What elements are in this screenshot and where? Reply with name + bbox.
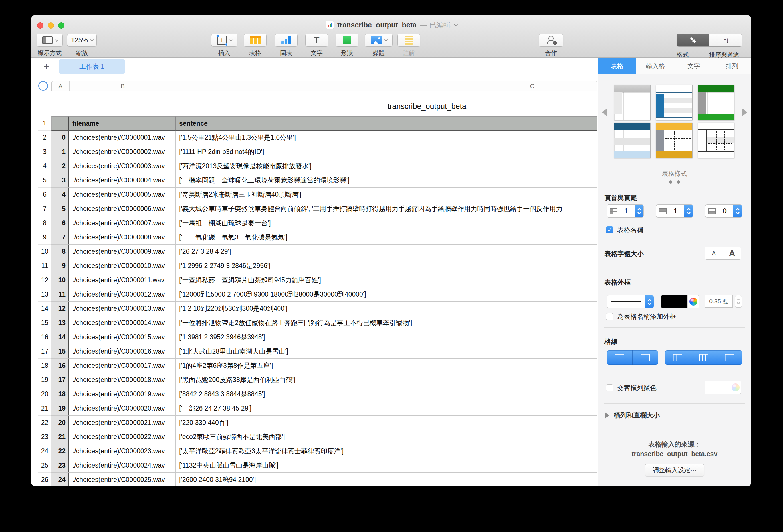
cell-row-index[interactable]: 1 [51, 145, 69, 159]
gridline-all-button[interactable] [717, 351, 743, 365]
cell-sentence[interactable]: ['1北大武山28里山山南湖大山是雪山'] [176, 344, 597, 359]
cell-filename[interactable]: ./choices(entire)/C0000011.wav [69, 273, 176, 288]
outline-color-well[interactable] [661, 295, 699, 308]
insert-button[interactable]: + 插入 [211, 32, 238, 57]
cell-filename[interactable]: ./choices(entire)/C0000025.wav [69, 473, 176, 486]
cell-filename[interactable]: ./choices(entire)/C0000006.wav [69, 202, 176, 216]
header-cell-filename[interactable]: filename [69, 116, 176, 131]
header-cell-sentence[interactable]: sentence [176, 116, 597, 131]
cell-filename[interactable]: ./choices(entire)/C0000016.wav [69, 344, 176, 359]
cell-row-index[interactable]: 24 [51, 473, 69, 486]
cell-sentence[interactable]: ['12000到15000 2 7000到9300 18000到28000是30… [176, 288, 597, 302]
select-all-circle[interactable] [38, 81, 48, 91]
outline-style-dropdown[interactable] [607, 295, 654, 308]
cell-filename[interactable]: ./choices(entire)/C0000015.wav [69, 330, 176, 344]
cell-filename[interactable]: ./choices(entire)/C0000018.wav [69, 373, 176, 387]
cell-sentence[interactable]: ['220 330 440百'] [176, 416, 597, 430]
table-button[interactable]: 表格 [243, 32, 267, 57]
cell-row-index[interactable]: 4 [51, 188, 69, 202]
cell-row-index[interactable]: 11 [51, 288, 69, 302]
cell-filename[interactable]: ./choices(entire)/C0000003.wav [69, 159, 176, 173]
cell-row-index[interactable]: 12 [51, 302, 69, 316]
title-chevron-icon[interactable] [454, 23, 458, 26]
cell-sentence[interactable]: ['黑面琵鷺200皮路38壓是西伯利亞白鶴'] [176, 373, 597, 387]
stepper-arrows-icon[interactable] [733, 205, 742, 217]
cell-sentence[interactable]: ['1.5公里21點4公里山1.3公里是1.6公里'] [176, 131, 597, 145]
cell-row-index[interactable]: 3 [51, 173, 69, 188]
cell-filename[interactable]: ./choices(entire)/C0000007.wav [69, 216, 176, 230]
cell-filename[interactable]: ./choices(entire)/C0000024.wav [69, 459, 176, 473]
cell-row-index[interactable]: 7 [51, 230, 69, 244]
font-smaller-button[interactable]: A [705, 247, 723, 260]
table-style-minimal[interactable] [698, 123, 734, 158]
table-style-blue-header[interactable] [614, 123, 651, 158]
cell-row-index[interactable]: 19 [51, 401, 69, 416]
view-options-button[interactable]: 顯示方式 [35, 32, 64, 57]
cell-filename[interactable]: ./choices(entire)/C0000021.wav [69, 416, 176, 430]
table-style-yellow[interactable] [656, 123, 693, 158]
color-wheel-icon[interactable] [732, 384, 740, 392]
inspector-tab-文字[interactable]: 文字 [675, 58, 713, 74]
style-pager-next-icon[interactable] [743, 109, 747, 116]
cell-filename[interactable]: ./choices(entire)/C0000008.wav [69, 230, 176, 244]
adjust-import-settings-button[interactable]: 調整輸入設定⋯ [645, 464, 704, 476]
cell-filename[interactable]: ./choices(entire)/C0000023.wav [69, 444, 176, 459]
chart-button[interactable]: 圖表 [274, 32, 298, 57]
gridline-horizontal-button[interactable] [607, 351, 632, 365]
media-button[interactable]: 媒體 [364, 32, 393, 57]
color-wheel-icon[interactable] [689, 298, 697, 306]
outline-width-stepper[interactable] [735, 295, 742, 308]
cell-sentence[interactable]: ['1的4座2第6座3第8作是第五座'] [176, 359, 597, 373]
cell-filename[interactable]: ./choices(entire)/C0000013.wav [69, 302, 176, 316]
zoom-button[interactable]: 125% 縮放 [66, 32, 98, 57]
style-pager-dots[interactable] [598, 180, 751, 184]
alternating-row-color-checkbox[interactable] [606, 384, 613, 392]
alternating-row-color-well[interactable] [704, 380, 741, 394]
cell-row-index[interactable]: 2 [51, 159, 69, 173]
cell-filename[interactable]: ./choices(entire)/C0000002.wav [69, 145, 176, 159]
gridline-header-row-button[interactable] [665, 351, 691, 365]
table-style-blue-sidebar[interactable] [656, 85, 693, 120]
cell-filename[interactable]: ./choices(entire)/C0000005.wav [69, 188, 176, 202]
cell-row-index[interactable]: 10 [51, 273, 69, 288]
cell-filename[interactable]: ./choices(entire)/C0000017.wav [69, 359, 176, 373]
shape-button[interactable]: 形狀 [335, 32, 359, 57]
inspector-tab-輸入格[interactable]: 輸入格 [636, 58, 675, 74]
row-column-size-disclosure[interactable]: 橫列和直欄大小 [605, 411, 660, 420]
sheet-tab[interactable]: 工作表 1 [59, 59, 125, 73]
cell-sentence[interactable]: ['一機率問題二全球暖化三環境荷爾蒙影響適當的環境影響'] [176, 173, 597, 188]
font-larger-button[interactable]: A [723, 247, 741, 260]
cell-filename[interactable]: ./choices(entire)/C0000010.wav [69, 259, 176, 273]
add-sheet-button[interactable]: + [40, 60, 53, 73]
cell-sentence[interactable]: ['一二氧化碳二氧氣3一氧化碳是氮氣'] [176, 230, 597, 244]
cell-sentence[interactable]: ['一查緝私菸二查緝鴉片山茶起司945力鎮壓百姓'] [176, 273, 597, 288]
table-style-plain[interactable] [614, 85, 651, 120]
cell-row-index[interactable]: 16 [51, 359, 69, 373]
cell-sentence[interactable]: ['義大城公車時車子突然煞車身體會向前傾斜', '二用手捶打牆壁時打得越用力手越… [176, 202, 597, 216]
cell-row-index[interactable]: 15 [51, 344, 69, 359]
inspector-tab-排列[interactable]: 排列 [713, 58, 751, 74]
cell-row-index[interactable]: 20 [51, 416, 69, 430]
outline-width-field[interactable]: 0.35 點 [705, 295, 733, 308]
column-letter-a[interactable]: A [59, 81, 62, 91]
cell-filename[interactable]: ./choices(entire)/C0000004.wav [69, 173, 176, 188]
cell-sentence[interactable]: ['奇美斷層2米崙斷層三玉裡斷層40頂斷層'] [176, 188, 597, 202]
cell-sentence[interactable]: ['太平洋歐亞2菲律賓歐亞3太平洋盃律賓士菲律賓印度洋'] [176, 444, 597, 459]
cell-sentence[interactable]: ['eco2東歐三前蘇聯西不是北美西部'] [176, 430, 597, 444]
cell-row-index[interactable]: 18 [51, 387, 69, 401]
format-button[interactable] [677, 34, 709, 46]
column-header-strip[interactable]: A B C [51, 81, 597, 91]
cell-filename[interactable]: ./choices(entire)/C0000020.wav [69, 401, 176, 416]
header-columns-stepper[interactable]: 1 [607, 204, 644, 218]
cell-row-index[interactable]: 5 [51, 202, 69, 216]
cell-row-index[interactable]: 0 [51, 131, 69, 145]
cell-row-index[interactable]: 21 [51, 430, 69, 444]
cell-sentence[interactable]: ['2600 2400 31籤94 2100'] [176, 473, 597, 486]
style-pager-prev-icon[interactable] [602, 109, 607, 116]
table-style-green[interactable] [698, 85, 734, 120]
footer-rows-stepper[interactable]: 0 [705, 204, 742, 218]
cell-filename[interactable]: ./choices(entire)/C0000019.wav [69, 387, 176, 401]
header-cell-empty[interactable] [51, 116, 69, 131]
cell-filename[interactable]: ./choices(entire)/C0000022.wav [69, 430, 176, 444]
cell-row-index[interactable]: 9 [51, 259, 69, 273]
